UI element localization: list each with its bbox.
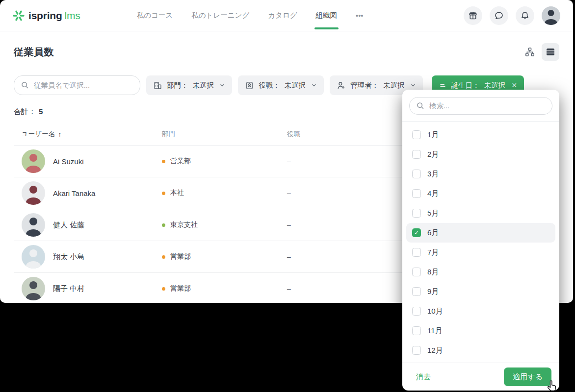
user-avatar[interactable]: [542, 6, 560, 25]
employee-name: 健人 佐藤: [53, 220, 84, 230]
month-checkbox[interactable]: [412, 150, 421, 159]
column-header-username[interactable]: ユーザー名↑: [14, 130, 154, 139]
total-value: 5: [39, 107, 43, 116]
month-checkbox[interactable]: [412, 307, 421, 316]
filter-value: 未選択: [484, 81, 506, 90]
avatar-silhouette: [548, 10, 554, 16]
department-status-dot: [162, 255, 165, 259]
filter-label: 誕生日：: [451, 81, 480, 90]
filter-label: 管理者：: [350, 81, 379, 90]
department-name: 営業部: [170, 284, 191, 293]
employee-avatar: [22, 149, 45, 173]
search-icon: [416, 101, 425, 110]
department-name: 営業部: [170, 157, 191, 166]
month-checkbox[interactable]: [412, 228, 421, 237]
clear-button[interactable]: 消去: [416, 372, 431, 382]
employee-avatar: [22, 213, 45, 237]
month-label: 1月: [427, 130, 439, 140]
month-label: 4月: [427, 189, 439, 198]
month-checkbox[interactable]: [412, 346, 421, 355]
month-option[interactable]: 5月: [406, 203, 555, 223]
month-checkbox[interactable]: [412, 170, 421, 178]
month-option[interactable]: 9月: [406, 282, 555, 301]
list-view-button[interactable]: [542, 43, 559, 61]
employee-search-input[interactable]: [14, 75, 140, 95]
department-status-dot: [162, 192, 165, 195]
sort-asc-icon: ↑: [58, 130, 61, 138]
employee-name: Akari Tanaka: [53, 189, 95, 197]
month-option[interactable]: 11月: [406, 321, 555, 341]
badge-icon: [245, 81, 254, 90]
chevron-down-icon: [410, 82, 416, 88]
filter-position[interactable]: 役職： 未選択: [238, 75, 324, 95]
month-option[interactable]: 8月: [406, 262, 555, 282]
filter-label: 役職：: [259, 81, 280, 90]
month-checkbox[interactable]: [412, 326, 421, 335]
month-option[interactable]: 3月: [406, 164, 555, 184]
department-name: 本社: [170, 189, 184, 197]
month-option[interactable]: 2月: [406, 145, 555, 164]
column-header-department: 部門: [154, 130, 279, 139]
month-option[interactable]: 6月: [406, 223, 555, 243]
department-name: 東京支社: [170, 220, 198, 229]
nav-tab[interactable]: カタログ: [259, 0, 306, 31]
filter-department[interactable]: 部門： 未選択: [146, 75, 232, 95]
close-icon[interactable]: ×: [512, 81, 517, 90]
month-checkbox[interactable]: [412, 268, 421, 276]
month-label: 10月: [427, 307, 443, 316]
month-checkbox[interactable]: [412, 209, 421, 218]
filter-value: 未選択: [383, 81, 405, 90]
month-label: 11月: [427, 326, 443, 336]
notifications-button[interactable]: [516, 6, 534, 25]
brand-name: ispringlms: [28, 10, 80, 22]
month-option[interactable]: 7月: [406, 243, 555, 262]
messages-button[interactable]: [490, 6, 508, 25]
employee-avatar: [22, 181, 45, 205]
bell-icon: [520, 11, 530, 21]
employee-name: 陽子 中村: [53, 284, 84, 294]
department-status-dot: [162, 160, 165, 163]
month-option[interactable]: 4月: [406, 184, 555, 203]
filter-label: 部門：: [167, 81, 188, 90]
view-toggles: [521, 43, 559, 61]
month-list: 1月 2月 3月 4月 5月 6月 7月: [402, 122, 559, 363]
gift-button[interactable]: [464, 6, 482, 25]
employee-avatar: [22, 245, 45, 269]
month-label: 6月: [427, 228, 439, 238]
department-status-dot: [162, 287, 165, 291]
month-label: 3月: [427, 170, 439, 179]
ispring-spinner-icon: [13, 10, 25, 22]
month-checkbox[interactable]: [412, 248, 421, 257]
month-checkbox[interactable]: [412, 287, 421, 296]
department-name: 営業部: [170, 252, 191, 261]
list-view-icon: [546, 47, 555, 57]
filter-value: 未選択: [193, 81, 214, 90]
page-title: 従業員数: [14, 46, 54, 59]
nav-tab[interactable]: 組織図: [307, 0, 347, 31]
month-option[interactable]: 12月: [406, 341, 555, 360]
month-label: 2月: [427, 150, 439, 159]
dropdown-footer: 消去 適用する: [402, 363, 559, 391]
brand-logo: ispringlms: [13, 0, 80, 31]
navbar-actions: [464, 0, 560, 31]
month-checkbox[interactable]: [412, 189, 421, 198]
chevron-down-icon: [219, 82, 225, 88]
month-option[interactable]: 1月: [406, 125, 555, 145]
birthday-filter-icon: [439, 81, 447, 90]
nav-tab[interactable]: •••: [346, 0, 372, 31]
org-chart-view-button[interactable]: [521, 43, 539, 61]
main-nav: 私のコース私のトレーニングカタログ組織図•••: [128, 0, 373, 31]
apply-button[interactable]: 適用する: [504, 368, 551, 386]
birthday-filter-dropdown: 1月 2月 3月 4月 5月 6月 7月: [402, 90, 559, 391]
employee-name: 翔太 小島: [53, 252, 84, 262]
nav-tab[interactable]: 私のトレーニング: [182, 0, 259, 31]
chat-icon: [494, 11, 504, 21]
month-label: 5月: [427, 209, 439, 218]
month-option[interactable]: 10月: [406, 301, 555, 321]
mouse-cursor-icon: [546, 380, 558, 392]
manager-icon: [337, 81, 346, 90]
month-label: 12月: [427, 346, 443, 355]
nav-tab[interactable]: 私のコース: [128, 0, 183, 31]
month-checkbox[interactable]: [412, 130, 421, 139]
month-search-input[interactable]: [409, 97, 552, 115]
